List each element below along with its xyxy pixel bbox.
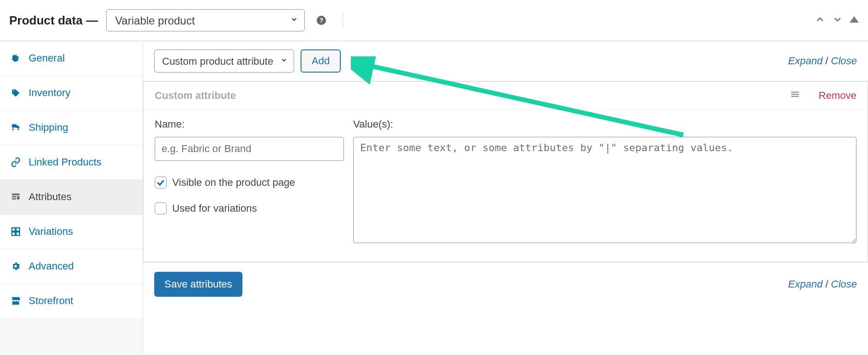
sidebar-item-label: Variations	[29, 226, 73, 238]
sidebar-item-label: Linked Products	[29, 156, 102, 168]
panel-body: General Inventory Shipping Linked Produc…	[0, 41, 868, 355]
visible-checkbox[interactable]	[155, 177, 167, 189]
product-data-tabs: General Inventory Shipping Linked Produc…	[0, 41, 143, 355]
drag-handle-icon[interactable]	[790, 89, 800, 102]
attribute-card: Custom attribute Remove Name: Visible on…	[143, 81, 868, 263]
attribute-card-body: Name: Visible on the product page Used f…	[144, 110, 868, 262]
visible-checkbox-label: Visible on the product page	[172, 177, 295, 189]
save-attributes-button[interactable]: Save attributes	[154, 272, 242, 297]
expand-close-links-footer: Expand / Close	[788, 278, 857, 290]
values-label: Value(s):	[353, 118, 856, 130]
attributes-footer: Save attributes Expand / Close	[143, 263, 868, 306]
visible-checkbox-row: Visible on the product page	[155, 177, 344, 189]
used-for-variations-checkbox[interactable]	[155, 202, 167, 214]
expand-link[interactable]: Expand	[788, 278, 823, 290]
remove-attribute-link[interactable]: Remove	[819, 90, 856, 102]
svg-rect-0	[12, 194, 20, 196]
metabox-controls	[814, 14, 859, 27]
product-type-select-wrap: Variable product	[106, 9, 305, 31]
attribute-card-header[interactable]: Custom attribute Remove	[144, 82, 868, 110]
attributes-panel: Custom product attribute Add Expand / Cl…	[143, 41, 868, 355]
sidebar-item-label: Attributes	[29, 191, 72, 203]
sidebar-item-attributes[interactable]: Attributes	[0, 180, 143, 214]
list-icon	[10, 192, 21, 202]
store-icon	[10, 296, 21, 306]
move-down-icon[interactable]	[832, 14, 843, 27]
sidebar-item-inventory[interactable]: Inventory	[0, 76, 143, 110]
close-link[interactable]: Close	[831, 55, 857, 67]
attribute-type-select[interactable]: Custom product attribute	[154, 49, 294, 73]
divider	[343, 12, 343, 28]
tag-icon	[10, 88, 21, 98]
attribute-card-title: Custom attribute	[155, 90, 236, 102]
move-up-icon[interactable]	[814, 14, 826, 27]
sidebar-item-label: Inventory	[29, 87, 71, 99]
sidebar-item-variations[interactable]: Variations	[0, 214, 143, 249]
gear-icon	[10, 261, 21, 271]
svg-rect-4	[12, 228, 15, 231]
attribute-values-textarea[interactable]	[353, 137, 856, 243]
attribute-name-column: Name: Visible on the product page Used f…	[155, 118, 344, 243]
variations-checkbox-label: Used for variations	[172, 202, 257, 214]
sidebar-item-linked-products[interactable]: Linked Products	[0, 145, 143, 180]
sidebar-item-general[interactable]: General	[0, 41, 143, 76]
sidebar-item-advanced[interactable]: Advanced	[0, 249, 143, 284]
attribute-select-wrap: Custom product attribute	[154, 49, 294, 73]
attribute-toolbar: Custom product attribute Add Expand / Cl…	[143, 41, 868, 81]
panel-toggle-icon[interactable]	[850, 16, 859, 24]
attribute-name-input[interactable]	[155, 137, 344, 161]
panel-header: Product data — Variable product ?	[0, 0, 868, 41]
svg-rect-1	[12, 196, 16, 197]
grid-icon	[10, 226, 21, 237]
truck-icon	[10, 122, 21, 133]
link-icon	[10, 157, 21, 167]
sidebar-item-label: General	[29, 52, 65, 64]
svg-rect-6	[12, 232, 15, 235]
sidebar-item-label: Storefront	[29, 295, 73, 307]
sidebar-item-storefront[interactable]: Storefront	[0, 284, 143, 318]
add-attribute-button[interactable]: Add	[301, 49, 341, 73]
attribute-values-column: Value(s):	[353, 118, 856, 243]
name-label: Name:	[155, 118, 344, 130]
svg-rect-2	[12, 198, 16, 200]
expand-link[interactable]: Expand	[788, 55, 823, 67]
svg-rect-7	[16, 232, 19, 235]
sidebar-item-label: Shipping	[29, 122, 68, 134]
svg-rect-3	[17, 196, 20, 199]
svg-rect-5	[16, 228, 19, 231]
separator: /	[826, 278, 828, 290]
expand-close-links: Expand / Close	[788, 55, 857, 67]
help-icon[interactable]: ?	[317, 16, 326, 25]
sidebar-item-label: Advanced	[29, 260, 74, 272]
sidebar-item-shipping[interactable]: Shipping	[0, 110, 143, 145]
wrench-icon	[10, 53, 21, 63]
variations-checkbox-row: Used for variations	[155, 202, 344, 214]
panel-title: Product data —	[9, 13, 98, 28]
close-link[interactable]: Close	[831, 278, 857, 290]
separator: /	[826, 55, 828, 67]
product-type-select[interactable]: Variable product	[106, 9, 305, 31]
